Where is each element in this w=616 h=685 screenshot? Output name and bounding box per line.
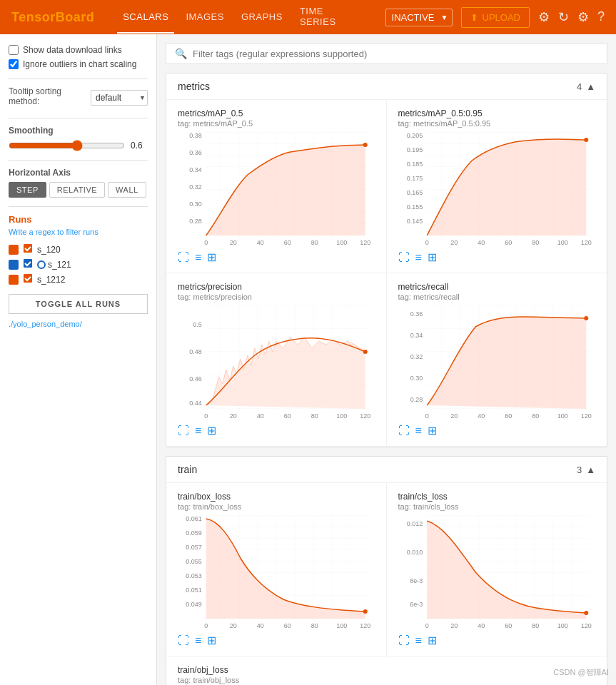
svg-text:20: 20 [450,622,458,629]
chart-cls-loss-area: 0.012 0.010 8e-3 6e-3 0 20 40 60 80 100 … [398,515,596,629]
download-box-loss-btn[interactable]: ⊞ [207,634,216,647]
svg-text:0.059: 0.059 [186,529,202,537]
svg-point-81 [363,609,368,614]
chart-precision: metrics/precision tag: metrics/precision… [166,273,387,447]
chart-box-loss-tag: tag: train/box_loss [178,502,375,511]
svg-text:80: 80 [311,412,318,420]
tooltip-label: Tooltip sorting method: [9,86,86,106]
expand-chart-map0595-btn[interactable]: ⛶ [398,251,410,264]
svg-rect-0 [24,244,32,253]
chart-box-loss-title: train/box_loss [178,492,375,502]
chart-recall-title: metrics/recall [398,282,596,292]
main-nav: SCALARS IMAGES GRAPHS TIME SERIES [117,0,368,39]
nav-graphs[interactable]: GRAPHS [236,1,288,34]
chart-map0595-title: metrics/mAP_0.5:0.95 [398,108,596,118]
menu-cls-loss-btn[interactable]: ≡ [415,634,422,647]
svg-text:0.32: 0.32 [410,353,423,360]
run-item-s1212: s_1212 [9,272,148,287]
smoothing-value: 0.6 [131,141,148,151]
train-section: train 3 ▲ train/box_loss tag: train/box_… [166,456,607,685]
menu-chart-precision-btn[interactable]: ≡ [195,425,201,437]
axis-relative-button[interactable]: RELATIVE [49,182,105,198]
metrics-count: 4 [577,81,582,92]
expand-cls-loss-btn[interactable]: ⛶ [398,634,410,647]
svg-text:0.36: 0.36 [410,310,423,318]
axis-step-button[interactable]: STEP [9,182,46,198]
nav-images[interactable]: IMAGES [180,1,230,34]
menu-chart-map0595-btn[interactable]: ≡ [415,251,422,264]
search-input[interactable] [193,49,598,59]
runs-title: Runs [9,214,148,225]
chart-cls-loss: train/cls_loss tag: train/cls_loss 0.012… [387,483,607,656]
expand-box-loss-btn[interactable]: ⛶ [178,634,189,647]
expand-chart-btn[interactable]: ⛶ [178,251,189,264]
ignore-outliers-label: Ignore outliers in chart scaling [23,59,136,69]
train-count: 3 [577,465,582,475]
show-download-label: Show data download links [23,45,122,55]
metrics-collapse-icon[interactable]: ▲ [586,81,595,92]
help-icon[interactable]: ? [597,9,605,25]
svg-text:0.38: 0.38 [189,132,202,139]
svg-text:0: 0 [204,239,208,246]
train-section-header: train 3 ▲ [166,457,607,483]
nav-time-series[interactable]: TIME SERIES [294,0,368,39]
chart-obj-loss: train/obj_loss tag: train/obj_loss 0.19 [166,656,387,685]
run-color-s1212 [9,275,19,285]
nav-scalars[interactable]: SCALARS [117,1,174,34]
metrics-section-title: metrics [178,81,210,92]
chart-recall-controls: ⛶ ≡ ⊞ [398,424,596,437]
runs-path[interactable]: ./yolo_person_demo/ [9,320,148,328]
search-icon: 🔍 [175,48,187,59]
toggle-all-runs-button[interactable]: TOGGLE ALL RUNS [9,294,148,314]
sidebar-divider-1 [9,78,148,79]
smoothing-slider[interactable] [9,140,125,151]
svg-text:0.185: 0.185 [406,161,423,168]
download-chart-recall-btn[interactable]: ⊞ [428,424,437,437]
menu-chart-btn[interactable]: ≡ [195,251,201,264]
svg-text:0.44: 0.44 [189,400,202,407]
horizontal-axis-section: Horizontal Axis STEP RELATIVE WALL [9,168,148,198]
svg-text:0.195: 0.195 [406,146,423,153]
svg-text:0.28: 0.28 [189,218,202,225]
run-label-s120: s_120 [37,245,61,255]
svg-text:0.28: 0.28 [410,396,423,403]
svg-text:60: 60 [505,622,512,629]
svg-text:0.055: 0.055 [186,558,202,565]
svg-text:40: 40 [478,622,485,629]
refresh-icon[interactable]: ↻ [558,9,569,25]
show-download-checkbox[interactable] [9,45,19,55]
tooltip-select[interactable]: default [91,90,148,106]
chart-cls-loss-title: train/cls_loss [398,492,596,502]
svg-text:100: 100 [336,239,347,246]
ignore-outliers-checkbox[interactable] [9,59,19,69]
run-color-s121 [9,260,19,270]
settings-icon[interactable]: ⚙ [577,9,589,25]
train-charts-grid: train/box_loss tag: train/box_loss 0.061… [166,483,607,685]
menu-chart-recall-btn[interactable]: ≡ [415,425,422,437]
download-chart-btn[interactable]: ⊞ [207,250,216,264]
download-cls-loss-btn[interactable]: ⊞ [428,634,437,647]
svg-text:0.057: 0.057 [186,544,202,551]
svg-text:80: 80 [532,239,539,246]
svg-text:0.051: 0.051 [186,587,202,594]
inactive-select[interactable]: INACTIVE [385,9,453,26]
svg-text:0.012: 0.012 [406,520,423,527]
runs-filter[interactable]: Write a regex to filter runs [9,228,148,236]
chart-recall-area: 0.36 0.34 0.32 0.30 0.28 0 20 40 60 80 1… [398,305,596,420]
smoothing-title: Smoothing [9,126,148,136]
menu-box-loss-btn[interactable]: ≡ [195,634,201,647]
run-checkbox-s120 [23,243,33,255]
svg-text:0.32: 0.32 [189,183,202,191]
download-chart-map0595-btn[interactable]: ⊞ [428,250,437,264]
expand-chart-recall-btn[interactable]: ⛶ [398,425,410,437]
expand-chart-precision-btn[interactable]: ⛶ [178,425,189,437]
chart-map05-title: metrics/mAP_0.5 [178,108,375,118]
svg-text:20: 20 [450,412,458,420]
train-collapse-icon[interactable]: ▲ [586,465,595,475]
tooltip-method-row: Tooltip sorting method: default ▼ [9,86,148,109]
settings-cog-icon[interactable]: ⚙ [538,9,550,25]
upload-button[interactable]: ⬆ UPLOAD [461,7,530,28]
axis-wall-button[interactable]: WALL [108,182,146,198]
download-chart-precision-btn[interactable]: ⊞ [207,424,216,437]
metrics-charts-grid: metrics/mAP_0.5 tag: metrics/mAP_0.5 [166,100,607,447]
